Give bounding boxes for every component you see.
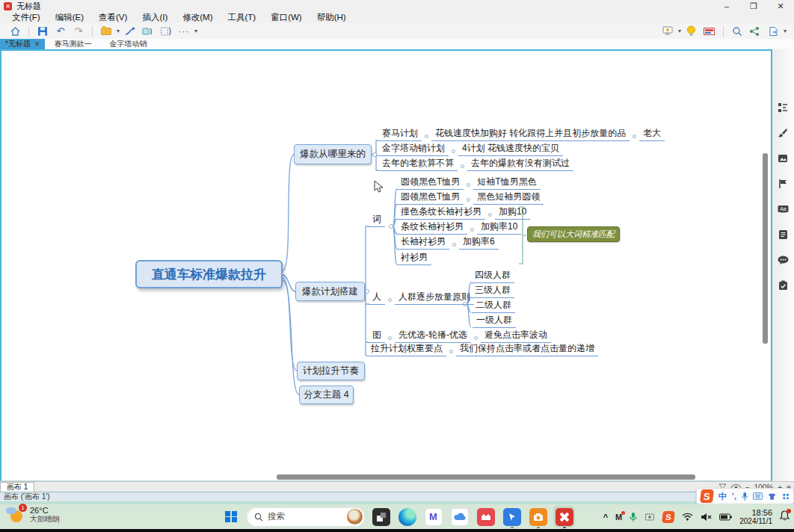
tray-battery-icon[interactable] bbox=[719, 513, 732, 521]
skin-icon[interactable] bbox=[768, 492, 776, 501]
search-placeholder: 搜索 bbox=[268, 511, 342, 522]
capture-app-icon bbox=[529, 508, 547, 526]
sheetbar: 画布 1 − 100% + ≡ bbox=[0, 481, 794, 492]
expand-dot-icon[interactable] bbox=[488, 213, 492, 217]
expand-dot-icon[interactable] bbox=[425, 134, 428, 138]
app-window: ✕ 无标题 – ❐ ✕ 文件(F) 编辑(E) 查看(V) 插入(I) 修改(M… bbox=[0, 0, 794, 532]
expand-dot-icon[interactable] bbox=[467, 198, 470, 202]
clock-date: 2024/11/1 bbox=[739, 517, 772, 526]
topic[interactable]: 图 bbox=[369, 330, 385, 343]
topic-row-weight: 拉升计划权重要点 我们保持点击率或者点击量的递增 bbox=[367, 343, 598, 356]
expand-dot-icon[interactable] bbox=[461, 164, 464, 168]
taskbar-app-red[interactable] bbox=[476, 507, 496, 527]
expand-dot-icon[interactable] bbox=[388, 336, 392, 340]
tray-sogou-icon[interactable]: S bbox=[662, 511, 675, 523]
taskbar-center: 搜索 M bbox=[221, 506, 574, 528]
topic[interactable]: 4计划 花钱速度快的宝贝 bbox=[458, 143, 563, 156]
windows-logo-icon bbox=[225, 511, 237, 523]
topic[interactable]: 花钱速度快加购好 转化跟得上并且初步放量的品 bbox=[431, 128, 630, 141]
tray-clock[interactable]: 18:56 2024/11/1 bbox=[739, 508, 772, 526]
expand-dot-icon[interactable] bbox=[452, 149, 455, 153]
topic[interactable]: 撞色条纹长袖衬衫男 bbox=[397, 206, 485, 220]
word-row-5: 长袖衬衫男 加购率6 bbox=[397, 236, 499, 250]
topic[interactable]: 圆领黑色T恤男 bbox=[397, 191, 464, 205]
clock-time: 18:56 bbox=[751, 508, 772, 517]
soft-keyboard-icon[interactable] bbox=[753, 492, 763, 500]
horizontal-scrollbar[interactable] bbox=[277, 474, 695, 480]
branch-topic-plan-build[interactable]: 爆款计划搭建 bbox=[295, 282, 365, 301]
start-button[interactable] bbox=[221, 507, 241, 527]
weather-badge: 1 bbox=[19, 504, 27, 512]
topic[interactable]: 去年的爆款有没有测试过 bbox=[467, 158, 573, 171]
vertical-scrollbar[interactable] bbox=[763, 153, 768, 344]
topic[interactable]: 三级人群 bbox=[471, 285, 514, 298]
expand-dot-icon[interactable] bbox=[449, 350, 453, 353]
expand-dot-icon[interactable] bbox=[452, 243, 456, 247]
expand-dot-icon[interactable] bbox=[470, 228, 474, 232]
topic[interactable]: 老大 bbox=[639, 128, 665, 141]
topic[interactable]: 长袖衬衫男 bbox=[397, 236, 449, 250]
topic[interactable]: 拉升计划权重要点 bbox=[367, 343, 446, 356]
taskbar-app-capture[interactable] bbox=[528, 507, 548, 527]
topic[interactable]: 加购率6 bbox=[459, 236, 499, 250]
branch-topic-4[interactable]: 分支主题 4 bbox=[299, 386, 354, 404]
taskbar-app-edge[interactable] bbox=[397, 507, 417, 527]
taskbar-app-xmind-active[interactable] bbox=[554, 507, 574, 527]
xmind-icon bbox=[556, 508, 573, 526]
punctuation-button[interactable]: ’, bbox=[732, 492, 736, 501]
expand-dot-icon[interactable] bbox=[474, 336, 478, 340]
topic[interactable]: 避免点击率波动 bbox=[481, 330, 551, 343]
branch-topic-source[interactable]: 爆款从哪里来的 bbox=[294, 144, 372, 164]
topic[interactable]: 加购10 bbox=[495, 206, 530, 220]
taskbar-search[interactable]: 搜索 bbox=[247, 507, 365, 527]
taskbar-app-pointer[interactable] bbox=[502, 507, 522, 527]
voice-input-icon[interactable] bbox=[742, 492, 748, 501]
topic[interactable]: 人 bbox=[369, 291, 385, 305]
topic[interactable]: 二级人群 bbox=[472, 300, 515, 313]
topic[interactable]: 黑色短袖男圆领 bbox=[473, 191, 544, 205]
topic[interactable]: 去年的老款算不算 bbox=[378, 158, 458, 171]
topic[interactable]: 条纹长袖衬衫男 bbox=[397, 221, 467, 235]
tray-volume-muted-icon[interactable] bbox=[701, 513, 712, 522]
topic[interactable]: 一级人群 bbox=[473, 315, 516, 328]
topic[interactable]: 金字塔动销计划 bbox=[378, 143, 449, 156]
topic[interactable]: 我们保持点击率或者点击量的递增 bbox=[456, 343, 598, 356]
tray-expand-chevron[interactable]: ^ bbox=[603, 513, 608, 522]
sheet-tab-canvas1[interactable]: 画布 1 bbox=[0, 482, 34, 492]
central-topic[interactable]: 直通车标准爆款拉升 bbox=[135, 260, 283, 288]
tray-overlay-tool-icon[interactable] bbox=[644, 513, 655, 522]
notification-bell[interactable] bbox=[780, 510, 790, 524]
topic[interactable]: 衬衫男 bbox=[397, 252, 431, 265]
tray-microphone-icon[interactable] bbox=[630, 512, 637, 522]
topic[interactable]: 加购率10 bbox=[477, 221, 521, 235]
search-highlight-image[interactable] bbox=[347, 509, 363, 525]
expand-dot-icon[interactable] bbox=[467, 183, 470, 187]
topic[interactable]: 圆领黑色T恤男 bbox=[397, 176, 464, 190]
weather-widget[interactable]: 1 26°C 大部晴朗 bbox=[6, 506, 60, 524]
taskbar-app-cloud[interactable] bbox=[449, 507, 470, 527]
topic-row-image: 图 先优选-轮播-优选 避免点击率波动 bbox=[369, 330, 551, 343]
topic[interactable]: 四级人群 bbox=[471, 270, 514, 283]
topic[interactable]: 赛马计划 bbox=[378, 128, 422, 141]
tray-wifi-icon[interactable] bbox=[682, 513, 693, 521]
expand-dot-icon[interactable] bbox=[633, 134, 636, 138]
sogou-logo-icon[interactable]: S bbox=[700, 489, 714, 503]
topic[interactable]: 人群逐步放量原则 bbox=[395, 291, 474, 305]
chinese-mode-button[interactable]: 中 bbox=[718, 491, 727, 502]
sogou-toolbox-icon[interactable] bbox=[782, 492, 790, 501]
topic-row-saima: 赛马计划 花钱速度快加购好 转化跟得上并且初步放量的品 老大 bbox=[378, 128, 665, 141]
taskbar-app-markdown[interactable]: M bbox=[423, 507, 443, 527]
summary-note[interactable]: 我们可以大词精准匹配 bbox=[527, 226, 620, 242]
tray-m-app[interactable]: M bbox=[615, 513, 622, 522]
branch-topic-rhythm[interactable]: 计划拉升节奏 bbox=[297, 362, 365, 380]
topic[interactable]: 短袖T恤男黑色 bbox=[473, 176, 540, 190]
status-text: 画布 ('画布 1') bbox=[4, 492, 50, 502]
people-group-3: 三级人群 bbox=[471, 285, 514, 298]
cloud-app-icon bbox=[451, 508, 469, 526]
expand-dot-icon[interactable] bbox=[388, 298, 392, 302]
topic[interactable]: 词 bbox=[369, 214, 385, 227]
taskbar-app-photos[interactable] bbox=[371, 507, 391, 527]
mouse-cursor bbox=[374, 180, 384, 194]
topic[interactable]: 先优选-轮播-优选 bbox=[395, 330, 471, 343]
screen-bottom-strip bbox=[0, 529, 794, 532]
